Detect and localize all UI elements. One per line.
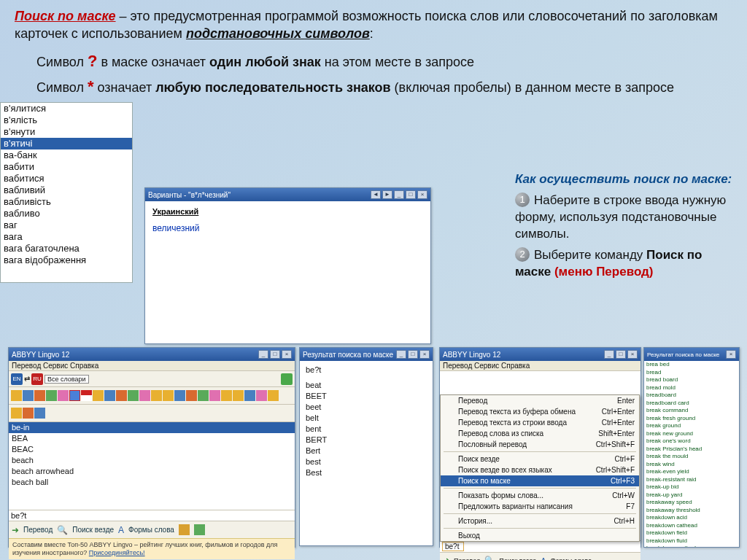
dictionary-selector[interactable]: Все словари (44, 375, 89, 384)
dict-icon[interactable] (163, 390, 174, 401)
forms-icon[interactable]: A (541, 556, 546, 561)
list-item[interactable]: beat (306, 380, 427, 391)
list-item[interactable]: best (306, 456, 427, 467)
minimize-button[interactable]: _ (396, 350, 406, 359)
list-item[interactable]: ваг (1, 219, 132, 231)
list-item[interactable]: Bert (306, 446, 427, 456)
list-item[interactable]: вабитися (1, 173, 132, 184)
dict-icon[interactable] (116, 390, 127, 401)
swap-icon[interactable]: ⇄ (24, 375, 30, 383)
list-item[interactable]: ва-банк (1, 149, 132, 161)
list-item[interactable]: beach arrowhead (9, 466, 295, 477)
lingvoR-input[interactable]: be?t (440, 540, 640, 552)
translate-menu-dropdown[interactable]: ПереводEnterПеревод текста из буфера обм… (440, 394, 640, 542)
list-item[interactable]: bread mold (644, 384, 739, 392)
list-item[interactable]: break-even yield (644, 468, 739, 476)
list-item[interactable]: break-up yard (644, 491, 739, 499)
list-item[interactable]: bent (306, 424, 427, 435)
search-icon[interactable]: 🔍 (484, 556, 495, 560)
list-item[interactable]: beach ball (9, 477, 295, 488)
list-item[interactable]: break ground (644, 422, 739, 430)
list-item[interactable]: вага багаточлена (1, 243, 132, 254)
farR-list[interactable]: brea bedbreadbread boardbread moldbreadb… (644, 361, 739, 547)
list-item[interactable]: BEET (306, 391, 427, 402)
maximize-button[interactable]: □ (270, 350, 280, 359)
close-button[interactable]: × (726, 350, 736, 359)
maskwin-titlebar[interactable]: Результат поиска по маске _ □ × (300, 348, 433, 361)
dict-icon[interactable] (46, 390, 57, 401)
list-item[interactable]: breakdown method (644, 545, 739, 547)
dict-icon[interactable] (209, 390, 220, 401)
flag-icon[interactable] (81, 390, 92, 401)
menu-item[interactable]: ПереводEnter (441, 395, 639, 406)
menu-item[interactable]: Пословный переводCtrl+Shift+F (441, 439, 639, 450)
list-item[interactable]: break wind (644, 461, 739, 469)
word-forms-button[interactable]: Формы слова (551, 557, 592, 561)
list-item[interactable]: breakaway threshold (644, 507, 739, 515)
list-item[interactable]: breakdown cathead (644, 522, 739, 530)
menu-item[interactable]: Поиск вездеCtrl+F (441, 454, 639, 464)
maximize-button[interactable]: □ (406, 190, 416, 199)
forms-icon[interactable]: A (118, 525, 124, 535)
dict-icon[interactable] (244, 390, 255, 401)
dict-icon[interactable] (186, 390, 197, 401)
dict-icon[interactable] (23, 408, 34, 419)
close-button[interactable]: × (419, 350, 430, 359)
lingvoR-titlebar[interactable]: ABBYY Lingvo 12 _ □ × (440, 348, 640, 361)
dict-icon[interactable] (221, 390, 232, 401)
join-link[interactable]: Присоединяйтесь! (89, 549, 145, 556)
minimize-button[interactable]: _ (394, 190, 404, 199)
variants-result[interactable]: величезний (152, 223, 423, 233)
word-forms-button[interactable]: Формы слова (128, 526, 174, 534)
dict-icon[interactable] (104, 390, 115, 401)
farR-titlebar[interactable]: Результат поиска по маске × (644, 348, 739, 361)
list-item[interactable]: в'ятичі (1, 138, 132, 149)
list-item[interactable]: bread (644, 369, 739, 377)
tool-icon[interactable] (194, 524, 205, 535)
arrow-icon[interactable]: ➜ (443, 556, 449, 560)
lang-ru-icon[interactable]: RU (31, 373, 43, 385)
dict-icon[interactable] (256, 390, 267, 401)
translate-button[interactable]: Перевод (454, 557, 480, 561)
arrow-icon[interactable]: ➜ (12, 525, 19, 535)
list-item[interactable]: break Priscian's head (644, 446, 739, 454)
list-item[interactable]: в'янути (1, 126, 132, 138)
list-item[interactable]: break-resistant raid (644, 476, 739, 484)
mask-results-list[interactable]: beatBEETbeetbeltbentBERTBertbestBest (306, 380, 427, 478)
dict-icon[interactable] (11, 408, 22, 419)
menu-item[interactable]: История...Ctrl+H (441, 516, 639, 526)
list-item[interactable]: brea bed (644, 361, 739, 369)
list-item[interactable]: beach (9, 455, 295, 466)
search-everywhere-button[interactable]: Поиск везде (499, 557, 536, 561)
list-item[interactable]: break the mould (644, 453, 739, 461)
menu-item[interactable]: Перевод текста из буфера обменаCtrl+Ente… (441, 406, 639, 417)
maximize-button[interactable]: □ (408, 350, 418, 359)
dict-icon[interactable] (34, 390, 45, 401)
list-item[interactable]: be-in (9, 422, 295, 433)
close-button[interactable]: × (282, 350, 292, 359)
minimize-button[interactable]: _ (604, 350, 614, 359)
list-item[interactable]: break-up bid (644, 483, 739, 491)
list-item[interactable]: вага (1, 231, 132, 243)
list-item[interactable]: breakdown acid (644, 514, 739, 522)
tool-icon[interactable] (179, 524, 190, 535)
list-item[interactable]: break command (644, 407, 739, 415)
list-item[interactable]: break fresh ground (644, 415, 739, 423)
list-item[interactable]: в'ялитися (1, 103, 132, 114)
list-item[interactable]: beet (306, 402, 427, 413)
list-item[interactable]: belt (306, 413, 427, 424)
minimize-button[interactable]: _ (258, 350, 268, 359)
menu-item[interactable]: Выход (441, 530, 639, 541)
dict-icon[interactable] (11, 390, 22, 401)
dict-icon[interactable] (34, 408, 45, 419)
dict-icon[interactable] (174, 390, 185, 401)
dict-icon[interactable] (233, 390, 244, 401)
maximize-button[interactable]: □ (616, 350, 626, 359)
menu-item[interactable]: Поиск по маскеCtrl+F3 (441, 475, 639, 486)
dict-icon[interactable] (268, 390, 279, 401)
menu-item[interactable]: Поиск везде во всех языкахCtrl+Shift+F (441, 464, 639, 475)
list-item[interactable]: BEA (9, 433, 295, 444)
close-button[interactable]: × (417, 190, 427, 199)
lingvoL-input[interactable]: be?t (9, 510, 295, 521)
list-item[interactable]: BEAC (9, 444, 295, 455)
